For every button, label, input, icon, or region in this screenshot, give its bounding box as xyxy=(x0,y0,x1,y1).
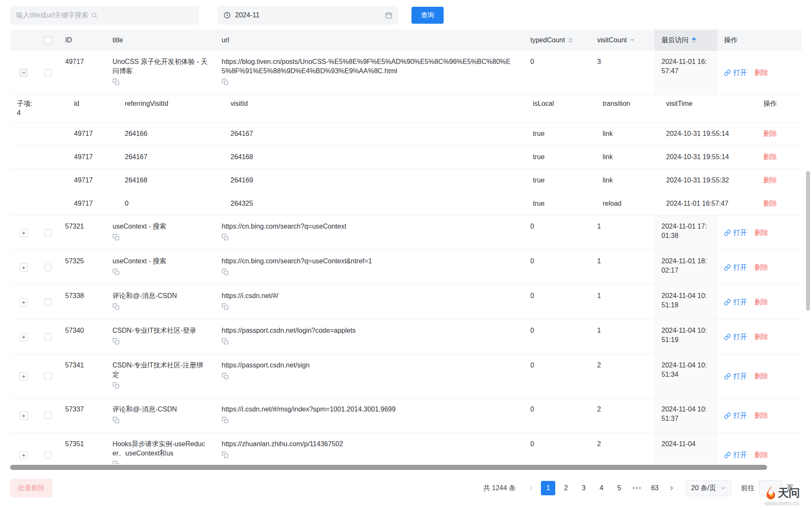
page-ellipsis[interactable]: ••• xyxy=(630,481,644,495)
copy-url-icon[interactable] xyxy=(222,451,229,458)
row-checkbox[interactable] xyxy=(44,333,52,340)
checkbox-cell xyxy=(37,433,58,464)
expand-toggle[interactable] xyxy=(19,69,28,77)
actions-cell: 打开 删除 xyxy=(717,51,802,94)
row-url: https://blog.tiven.cn/posts/UnoCSS-%E5%8… xyxy=(222,57,517,76)
delete-link[interactable]: 删除 xyxy=(763,130,777,137)
header-typed-count[interactable]: typedCount xyxy=(524,30,590,51)
copy-title-icon[interactable] xyxy=(112,461,120,464)
open-link[interactable]: 打开 xyxy=(724,411,747,420)
row-checkbox[interactable] xyxy=(44,229,52,236)
horizontal-scrollbar-thumb[interactable] xyxy=(10,465,767,470)
row-url: https://i.csdn.net/#/ xyxy=(222,291,517,301)
open-link[interactable]: 打开 xyxy=(724,450,747,460)
delete-link[interactable]: 删除 xyxy=(754,411,768,420)
select-all-checkbox[interactable] xyxy=(44,37,52,44)
horizontal-scrollbar xyxy=(10,465,802,470)
open-link[interactable]: 打开 xyxy=(724,228,747,237)
sub-row-referring-visit-id: 264166 xyxy=(118,122,224,145)
row-checkbox[interactable] xyxy=(44,451,52,458)
page-button-last[interactable]: 63 xyxy=(647,481,662,495)
delete-link[interactable]: 删除 xyxy=(754,372,768,381)
vertical-scrollbar-thumb[interactable] xyxy=(806,171,810,311)
open-link[interactable]: 打开 xyxy=(724,372,747,381)
open-link[interactable]: 打开 xyxy=(724,68,747,77)
page-button[interactable]: 4 xyxy=(594,481,609,495)
copy-url-icon[interactable] xyxy=(222,78,229,86)
row-checkbox[interactable] xyxy=(44,373,52,380)
expand-toggle[interactable] xyxy=(19,298,28,306)
goto-page-input[interactable] xyxy=(759,480,782,496)
header-id: ID xyxy=(58,30,106,51)
page-button[interactable]: 5 xyxy=(612,481,626,495)
row-typed-count: 0 xyxy=(524,250,590,284)
sub-actions-cell: 删除 xyxy=(757,192,802,215)
copy-url-icon[interactable] xyxy=(222,373,229,380)
copy-title-icon[interactable] xyxy=(112,78,120,86)
delete-link[interactable]: 删除 xyxy=(763,153,777,160)
search-input[interactable]: 输入title或url关键字搜索 xyxy=(10,6,199,25)
row-checkbox[interactable] xyxy=(44,264,52,271)
page-size-select[interactable]: 20 条/页 xyxy=(686,480,732,496)
copy-title-icon[interactable] xyxy=(112,382,120,389)
open-link[interactable]: 打开 xyxy=(724,298,747,307)
delete-link[interactable]: 删除 xyxy=(754,228,768,237)
row-id: 57337 xyxy=(58,398,106,433)
page-button[interactable]: 3 xyxy=(576,481,591,495)
copy-url-icon[interactable] xyxy=(222,303,229,310)
prev-page-button[interactable] xyxy=(525,481,538,495)
expand-toggle[interactable] xyxy=(19,451,28,459)
title-cell: CSDN-专业IT技术社区-注册绑定 xyxy=(106,354,215,398)
delete-link[interactable]: 删除 xyxy=(763,177,777,184)
next-page-button[interactable] xyxy=(665,481,678,495)
copy-url-icon[interactable] xyxy=(222,234,229,241)
row-checkbox[interactable] xyxy=(44,69,52,76)
copy-title-icon[interactable] xyxy=(112,268,120,276)
sort-icon-typed-count[interactable] xyxy=(568,37,573,43)
expand-toggle[interactable] xyxy=(19,263,28,272)
link-icon xyxy=(724,373,731,380)
delete-link[interactable]: 删除 xyxy=(754,332,768,342)
checkbox-cell xyxy=(37,285,58,319)
query-button[interactable]: 查询 xyxy=(411,7,444,24)
delete-link[interactable]: 删除 xyxy=(754,298,768,307)
copy-title-icon[interactable] xyxy=(112,303,120,310)
url-cell: https://passport.csdn.net/login?code=app… xyxy=(215,320,524,354)
pagination: 共 1244 条 1 2 3 4 5 ••• 63 20 条/页 前往 页 xyxy=(483,480,793,496)
delete-link[interactable]: 删除 xyxy=(754,450,768,460)
sort-icon-last-visit[interactable] xyxy=(692,37,696,43)
open-link[interactable]: 打开 xyxy=(724,263,747,272)
copy-title-icon[interactable] xyxy=(112,417,120,424)
delete-link[interactable]: 删除 xyxy=(763,200,777,207)
sub-row-transition: reload xyxy=(596,192,659,215)
row-visit-count: 2 xyxy=(590,354,655,398)
month-picker[interactable]: 2024-11 xyxy=(217,6,398,25)
sub-header-is-local: isLocal xyxy=(526,95,596,122)
row-url: https://cn.bing.com/search?q=useContext&… xyxy=(222,257,517,266)
copy-title-icon[interactable] xyxy=(112,234,120,241)
sub-row-id: 49717 xyxy=(67,169,118,192)
expand-toggle[interactable] xyxy=(19,333,28,341)
open-link[interactable]: 打开 xyxy=(724,332,747,342)
sort-icon-visit-count[interactable] xyxy=(630,39,634,41)
header-visit-count[interactable]: visitCount xyxy=(590,30,655,51)
url-cell: https://i.csdn.net/#/msg/index?spm=1001.… xyxy=(215,398,524,433)
expand-toggle[interactable] xyxy=(19,229,28,237)
copy-title-icon[interactable] xyxy=(112,338,120,345)
copy-url-icon[interactable] xyxy=(222,417,229,424)
copy-url-icon[interactable] xyxy=(222,338,229,345)
row-typed-count: 0 xyxy=(524,433,590,464)
table-body: 49717 UnoCSS 原子化开发初体验 - 天问博客 https://blo… xyxy=(10,51,802,464)
delete-link[interactable]: 删除 xyxy=(754,68,768,77)
sub-row-visit-time: 2024-10-31 19:55:14 xyxy=(659,146,757,168)
row-checkbox[interactable] xyxy=(44,298,52,306)
page-button[interactable]: 1 xyxy=(541,481,555,495)
expand-toggle[interactable] xyxy=(19,372,28,381)
expand-toggle[interactable] xyxy=(19,411,28,420)
page-button[interactable]: 2 xyxy=(559,481,573,495)
delete-link[interactable]: 删除 xyxy=(754,263,768,272)
row-checkbox[interactable] xyxy=(44,412,52,419)
header-last-visit[interactable]: 最后访问 xyxy=(655,30,717,51)
copy-url-icon[interactable] xyxy=(222,268,229,276)
batch-delete-button[interactable]: 批量删除 xyxy=(10,479,52,497)
